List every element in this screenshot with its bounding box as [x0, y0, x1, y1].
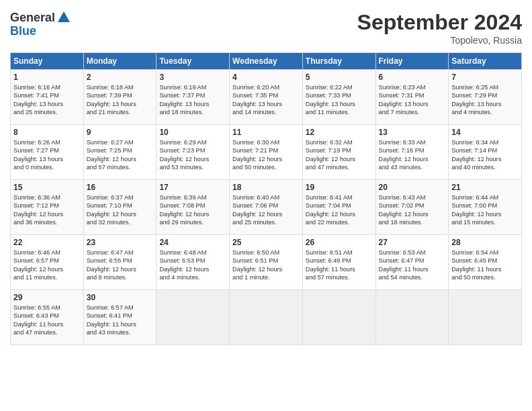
calendar-cell: 27Sunrise: 6:53 AM Sunset: 6:47 PM Dayli… [375, 235, 449, 290]
day-number: 8 [13, 128, 81, 137]
day-number: 19 [306, 183, 373, 192]
calendar-cell: 24Sunrise: 6:48 AM Sunset: 6:53 PM Dayli… [157, 235, 230, 290]
day-number: 23 [87, 238, 154, 247]
cell-info: Sunrise: 6:46 AM Sunset: 6:57 PM Dayligh… [13, 248, 81, 282]
cell-info: Sunrise: 6:30 AM Sunset: 7:21 PM Dayligh… [232, 138, 300, 172]
day-number: 30 [87, 293, 154, 302]
calendar-cell: 25Sunrise: 6:50 AM Sunset: 6:51 PM Dayli… [230, 235, 303, 290]
col-header-saturday: Saturday [449, 53, 522, 70]
calendar-cell: 30Sunrise: 6:57 AM Sunset: 6:41 PM Dayli… [83, 290, 157, 345]
cell-info: Sunrise: 6:29 AM Sunset: 7:23 PM Dayligh… [159, 138, 226, 172]
day-number: 16 [87, 183, 154, 192]
calendar-cell: 9Sunrise: 6:27 AM Sunset: 7:25 PM Daylig… [83, 125, 157, 180]
month-title: September 2024 [357, 10, 522, 35]
col-header-wednesday: Wednesday [230, 53, 303, 70]
col-header-tuesday: Tuesday [157, 53, 230, 70]
calendar-cell: 5Sunrise: 6:22 AM Sunset: 7:33 PM Daylig… [302, 70, 375, 125]
header: General Blue September 2024 Topolevo, Ru… [10, 10, 522, 46]
col-header-monday: Monday [83, 53, 157, 70]
cell-info: Sunrise: 6:48 AM Sunset: 6:53 PM Dayligh… [159, 248, 226, 282]
calendar-cell: 22Sunrise: 6:46 AM Sunset: 6:57 PM Dayli… [11, 235, 84, 290]
day-number: 13 [379, 128, 446, 137]
day-number: 29 [13, 293, 81, 302]
week-row-4: 22Sunrise: 6:46 AM Sunset: 6:57 PM Dayli… [11, 235, 522, 290]
logo-blue: Blue [10, 24, 36, 38]
cell-info: Sunrise: 6:27 AM Sunset: 7:25 PM Dayligh… [87, 138, 154, 172]
day-number: 1 [13, 73, 81, 82]
calendar-cell: 12Sunrise: 6:32 AM Sunset: 7:19 PM Dayli… [302, 125, 375, 180]
calendar-table: SundayMondayTuesdayWednesdayThursdayFrid… [10, 52, 522, 345]
svg-marker-0 [58, 11, 70, 22]
cell-info: Sunrise: 6:43 AM Sunset: 7:02 PM Dayligh… [379, 193, 446, 227]
calendar-cell: 21Sunrise: 6:44 AM Sunset: 7:00 PM Dayli… [449, 180, 522, 235]
cell-info: Sunrise: 6:47 AM Sunset: 6:55 PM Dayligh… [87, 248, 154, 282]
calendar-cell: 3Sunrise: 6:19 AM Sunset: 7:37 PM Daylig… [157, 70, 230, 125]
calendar-cell: 13Sunrise: 6:33 AM Sunset: 7:16 PM Dayli… [375, 125, 449, 180]
day-number: 24 [159, 238, 226, 247]
calendar-cell: 18Sunrise: 6:40 AM Sunset: 7:06 PM Dayli… [230, 180, 303, 235]
cell-info: Sunrise: 6:34 AM Sunset: 7:14 PM Dayligh… [451, 138, 519, 172]
title-block: September 2024 Topolevo, Russia [357, 10, 522, 46]
cell-info: Sunrise: 6:22 AM Sunset: 7:33 PM Dayligh… [306, 83, 373, 117]
cell-info: Sunrise: 6:37 AM Sunset: 7:10 PM Dayligh… [87, 193, 154, 227]
week-row-5: 29Sunrise: 6:55 AM Sunset: 6:43 PM Dayli… [11, 290, 522, 345]
cell-info: Sunrise: 6:23 AM Sunset: 7:31 PM Dayligh… [379, 83, 446, 117]
week-row-1: 1Sunrise: 6:16 AM Sunset: 7:41 PM Daylig… [11, 70, 522, 125]
cell-info: Sunrise: 6:20 AM Sunset: 7:35 PM Dayligh… [232, 83, 300, 117]
calendar-cell: 15Sunrise: 6:36 AM Sunset: 7:12 PM Dayli… [11, 180, 84, 235]
day-number: 5 [306, 73, 373, 82]
cell-info: Sunrise: 6:51 AM Sunset: 6:49 PM Dayligh… [306, 248, 373, 282]
day-number: 18 [232, 183, 300, 192]
cell-info: Sunrise: 6:39 AM Sunset: 7:08 PM Dayligh… [159, 193, 226, 227]
location: Topolevo, Russia [357, 35, 522, 46]
calendar-cell: 19Sunrise: 6:41 AM Sunset: 7:04 PM Dayli… [302, 180, 375, 235]
cell-info: Sunrise: 6:55 AM Sunset: 6:43 PM Dayligh… [13, 304, 81, 337]
calendar-cell: 14Sunrise: 6:34 AM Sunset: 7:14 PM Dayli… [449, 125, 522, 180]
cell-info: Sunrise: 6:33 AM Sunset: 7:16 PM Dayligh… [379, 138, 446, 172]
cell-info: Sunrise: 6:16 AM Sunset: 7:41 PM Dayligh… [13, 83, 81, 117]
calendar-cell [157, 290, 230, 345]
day-number: 4 [232, 73, 300, 82]
day-number: 6 [379, 73, 446, 82]
cell-info: Sunrise: 6:54 AM Sunset: 6:45 PM Dayligh… [451, 248, 519, 282]
calendar-cell: 4Sunrise: 6:20 AM Sunset: 7:35 PM Daylig… [230, 70, 303, 125]
col-header-sunday: Sunday [11, 53, 84, 70]
day-number: 17 [159, 183, 226, 192]
calendar-cell [375, 290, 449, 345]
calendar-cell: 2Sunrise: 6:18 AM Sunset: 7:39 PM Daylig… [83, 70, 157, 125]
logo-general: General [10, 11, 55, 24]
calendar-cell: 16Sunrise: 6:37 AM Sunset: 7:10 PM Dayli… [83, 180, 157, 235]
cell-info: Sunrise: 6:19 AM Sunset: 7:37 PM Dayligh… [159, 83, 226, 117]
day-number: 9 [87, 128, 154, 137]
day-number: 27 [379, 238, 446, 247]
day-number: 14 [451, 128, 519, 137]
day-number: 25 [232, 238, 300, 247]
cell-info: Sunrise: 6:50 AM Sunset: 6:51 PM Dayligh… [232, 248, 300, 282]
day-number: 22 [13, 238, 81, 247]
cell-info: Sunrise: 6:26 AM Sunset: 7:27 PM Dayligh… [13, 138, 81, 172]
calendar-cell: 28Sunrise: 6:54 AM Sunset: 6:45 PM Dayli… [449, 235, 522, 290]
calendar-cell: 7Sunrise: 6:25 AM Sunset: 7:29 PM Daylig… [449, 70, 522, 125]
day-number: 2 [87, 73, 154, 82]
day-number: 28 [451, 238, 519, 247]
cell-info: Sunrise: 6:44 AM Sunset: 7:00 PM Dayligh… [451, 193, 519, 227]
cell-info: Sunrise: 6:53 AM Sunset: 6:47 PM Dayligh… [379, 248, 446, 282]
cell-info: Sunrise: 6:18 AM Sunset: 7:39 PM Dayligh… [87, 83, 154, 117]
day-number: 3 [159, 73, 226, 82]
day-number: 21 [451, 183, 519, 192]
calendar-cell: 1Sunrise: 6:16 AM Sunset: 7:41 PM Daylig… [11, 70, 84, 125]
calendar-cell: 23Sunrise: 6:47 AM Sunset: 6:55 PM Dayli… [83, 235, 157, 290]
calendar-cell: 8Sunrise: 6:26 AM Sunset: 7:27 PM Daylig… [11, 125, 84, 180]
day-number: 7 [451, 73, 519, 82]
cell-info: Sunrise: 6:25 AM Sunset: 7:29 PM Dayligh… [451, 83, 519, 117]
cell-info: Sunrise: 6:40 AM Sunset: 7:06 PM Dayligh… [232, 193, 300, 227]
col-header-thursday: Thursday [302, 53, 375, 70]
day-number: 20 [379, 183, 446, 192]
week-row-3: 15Sunrise: 6:36 AM Sunset: 7:12 PM Dayli… [11, 180, 522, 235]
cell-info: Sunrise: 6:41 AM Sunset: 7:04 PM Dayligh… [306, 193, 373, 227]
calendar-cell [230, 290, 303, 345]
week-row-2: 8Sunrise: 6:26 AM Sunset: 7:27 PM Daylig… [11, 125, 522, 180]
logo-icon [56, 10, 71, 25]
calendar-cell: 29Sunrise: 6:55 AM Sunset: 6:43 PM Dayli… [11, 290, 84, 345]
col-header-friday: Friday [375, 53, 449, 70]
